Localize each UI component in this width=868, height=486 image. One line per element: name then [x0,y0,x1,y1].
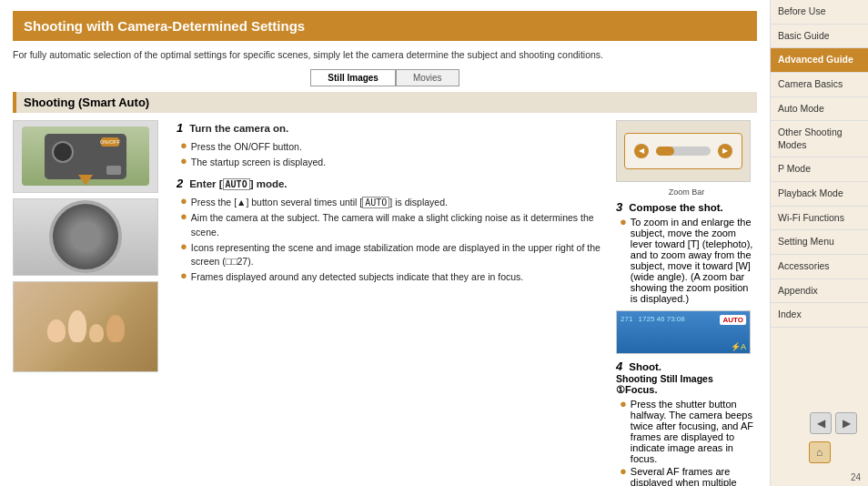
sidebar-item-auto-mode[interactable]: Auto Mode [771,97,868,122]
page-title-box: Shooting with Camera-Determined Settings [13,11,757,41]
step-2: 2 Enter [AUTO] mode. ● Press the [▲] but… [177,176,607,284]
zoom-bar-image: ◀ ▶ [616,120,751,182]
content-columns: ON/OFF [13,120,757,486]
step-4: 4 Shoot. Shooting Still Images ①Focus. ●… [616,359,757,486]
step3-number: 3 [616,200,622,214]
sidebar-item-other-shooting-modes[interactable]: Other Shooting Modes [771,121,868,157]
sidebar-item-advanced-guide[interactable]: Advanced Guide [771,48,868,73]
sidebar-item-basic-guide[interactable]: Basic Guide [771,25,868,49]
step2-body: ● Press the [▲] button several times unt… [177,196,607,285]
next-button[interactable]: ▶ [835,412,857,434]
step4-focus: ①Focus. [616,384,657,395]
page-number: 24 [771,469,868,486]
step3-body: ● To zoom in and enlarge the subject, mo… [616,217,757,304]
tab-still-images[interactable]: Still Images [310,69,396,86]
sidebar: Before Use Basic Guide Advanced Guide Ca… [770,0,868,486]
step2-number: 2 [177,177,183,190]
zoom-bar-label: Zoom Bar [616,187,757,197]
tab-movies[interactable]: Movies [396,69,459,86]
sidebar-item-appendix[interactable]: Appendix [771,279,868,304]
prev-button[interactable]: ◀ [810,412,832,434]
lcd-screen-image: 271 1725 46 73:08 AUTO ⚡A [616,310,751,354]
right-col: ◀ ▶ Zoom Bar 3 Compose the shot. ● To zo… [616,120,757,486]
step1-body: ● Press the ON/OFF button. ● The startup… [177,140,607,169]
step1-bullet1: ● Press the ON/OFF button. [180,140,607,154]
sidebar-item-before-use[interactable]: Before Use [771,0,868,25]
step2-image [13,198,158,276]
page-title: Shooting with Camera-Determined Settings [24,18,746,34]
step-1: 1 Turn the camera on. ● Press the ON/OFF… [177,120,607,169]
step1-bullet2: ● The startup screen is displayed. [180,156,607,169]
left-images-col: ON/OFF [13,120,167,486]
tab-bar: Still Images Movies [13,69,757,86]
sidebar-item-p-mode[interactable]: P Mode [771,157,868,182]
intro-text: For fully automatic selection of the opt… [13,48,757,62]
step-3: 3 Compose the shot. ● To zoom in and enl… [616,200,757,304]
sidebar-item-setting-menu[interactable]: Setting Menu [771,230,868,255]
step1-image: ON/OFF [13,120,158,193]
step1-number: 1 [177,121,183,135]
step3-title: Compose the shot. [629,202,723,213]
step4-body: ● Press the shutter button halfway. The … [616,399,757,486]
center-text-col: 1 Turn the camera on. ● Press the ON/OFF… [177,120,607,486]
sidebar-item-camera-basics[interactable]: Camera Basics [771,73,868,97]
step4-subtitle: Shooting Still Images [616,373,713,384]
step2-people-image [13,281,158,372]
section-heading: Shooting (Smart Auto) [13,92,757,113]
sidebar-item-accessories[interactable]: Accessories [771,255,868,279]
sidebar-item-playback-mode[interactable]: Playback Mode [771,182,868,207]
sidebar-item-index[interactable]: Index [771,303,868,328]
step2-title: Enter [AUTO] mode. [189,178,287,189]
sidebar-item-wifi-functions[interactable]: Wi-Fi Functions [771,207,868,231]
main-content: Shooting with Camera-Determined Settings… [0,0,770,486]
step4-title: Shoot. [629,361,661,372]
sidebar-nav: ◀ ▶ [771,405,868,441]
step4-number: 4 [616,359,622,373]
step1-title: Turn the camera on. [189,123,288,134]
home-button[interactable]: ⌂ [809,441,831,463]
